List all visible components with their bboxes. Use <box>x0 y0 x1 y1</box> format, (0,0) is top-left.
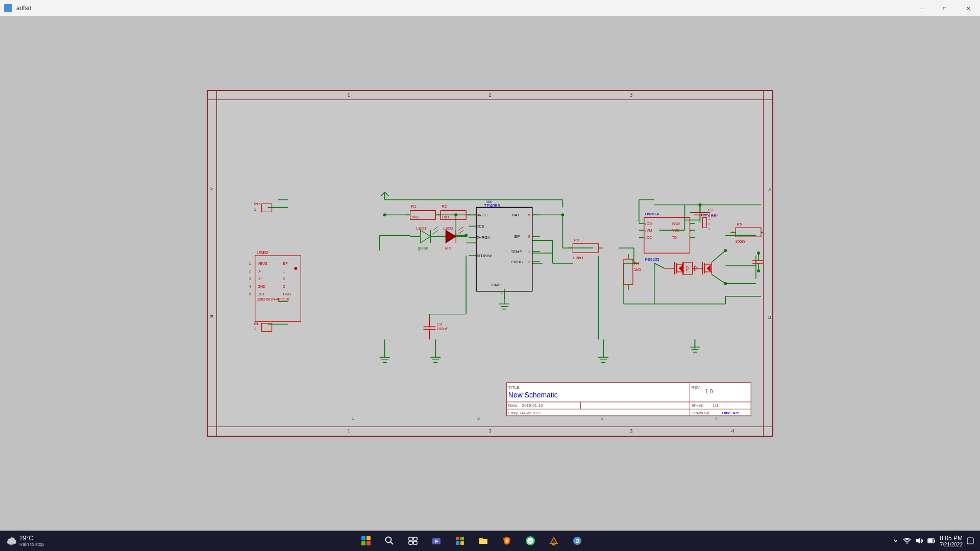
time-display: 8:05 PM <box>940 535 963 542</box>
svg-text:1kΩ: 1kΩ <box>411 215 419 219</box>
taskbar-time[interactable]: 8:05 PM 7/21/2022 <box>940 535 963 547</box>
weather-temp: 29°C <box>19 535 44 542</box>
date-display: 7/21/2022 <box>940 542 963 547</box>
svg-text:VM: VM <box>647 229 652 232</box>
svg-text:REV:: REV: <box>692 385 701 390</box>
volume-icon[interactable] <box>915 537 923 545</box>
whatsapp-button[interactable] <box>520 532 541 550</box>
task-view-icon <box>408 536 418 545</box>
ruler-mark-right-A: A <box>768 187 771 192</box>
svg-rect-313 <box>967 538 973 544</box>
task-view-button[interactable] <box>403 532 423 550</box>
svg-text:7: 7 <box>477 236 479 239</box>
svg-text:2: 2 <box>249 269 251 273</box>
svg-text:1: 1 <box>254 208 256 211</box>
svg-text:Drawn By:: Drawn By: <box>692 411 710 415</box>
ruler-mark-bottom-4: 4 <box>731 429 734 434</box>
schematic-svg: USB2 U262-061N-4BVC10 VBUS D- D+ GND CC1… <box>217 100 763 427</box>
svg-text:green: green <box>418 246 428 251</box>
close-button[interactable]: ✕ <box>957 0 980 16</box>
svg-text:TP4056: TP4056 <box>484 203 500 208</box>
folder-icon <box>478 536 488 546</box>
soundpad-icon <box>572 536 582 546</box>
soundpad-button[interactable] <box>567 532 587 550</box>
taskbar-weather: 29°C Rain to stop <box>6 535 44 547</box>
svg-text:100nF: 100nF <box>707 214 719 218</box>
vlc-icon <box>549 536 559 546</box>
svg-text:U262-061N-4BVC10: U262-061N-4BVC10 <box>257 297 289 301</box>
svg-text:USB2: USB2 <box>257 250 268 255</box>
title-bar: adfsd — □ ✕ <box>0 0 980 16</box>
svg-text:red: red <box>445 246 451 251</box>
svg-point-308 <box>576 540 578 542</box>
svg-text:TD: TD <box>672 236 677 239</box>
ruler-mark-3: 3 <box>630 92 633 98</box>
brave-button[interactable] <box>497 532 517 550</box>
svg-text:New Schematic: New Schematic <box>508 391 558 399</box>
svg-text:9: 9 <box>528 235 530 238</box>
svg-text:IN-: IN- <box>254 321 260 326</box>
window-controls: — □ ✕ <box>910 0 980 16</box>
teams-button[interactable] <box>426 532 447 550</box>
svg-text:5: 5 <box>528 213 530 217</box>
vlc-button[interactable] <box>544 532 564 550</box>
file-explorer-button[interactable] <box>473 532 494 550</box>
svg-text:1.2kΩ: 1.2kΩ <box>572 256 583 260</box>
svg-text:DW01A: DW01A <box>645 212 659 216</box>
svg-text:3: 3 <box>249 277 251 281</box>
svg-text:4: 4 <box>249 285 251 288</box>
svg-text:VBUS: VBUS <box>258 262 267 265</box>
svg-text:1kΩ: 1kΩ <box>634 267 641 272</box>
svg-text:6: 6 <box>477 254 479 258</box>
svg-rect-269 <box>580 402 690 409</box>
svg-text:1/1: 1/1 <box>713 403 719 408</box>
notification-icon[interactable] <box>967 537 974 544</box>
windows-icon <box>361 536 371 545</box>
svg-point-260 <box>698 203 701 206</box>
svg-rect-311 <box>934 540 935 542</box>
svg-text:GND: GND <box>283 292 291 296</box>
svg-text:BAT: BAT <box>512 213 520 217</box>
svg-point-95 <box>294 267 297 270</box>
svg-text:2: 2 <box>528 260 530 264</box>
svg-text:CC1: CC1 <box>258 292 265 296</box>
svg-text:1: 1 <box>283 269 285 273</box>
search-button[interactable] <box>379 532 400 550</box>
svg-text:1: 1 <box>528 250 530 254</box>
svg-text:2: 2 <box>477 416 480 421</box>
wifi-icon[interactable] <box>903 537 911 545</box>
minimize-button[interactable]: — <box>910 0 933 16</box>
svg-text:3: 3 <box>283 285 285 288</box>
svg-point-264 <box>757 269 760 272</box>
maximize-button[interactable]: □ <box>933 0 957 16</box>
ruler-bottom: 1 2 3 4 <box>208 427 772 436</box>
svg-text:100nF: 100nF <box>436 327 448 332</box>
svg-text:VCC: VCC <box>479 213 487 217</box>
windows-start-button[interactable] <box>356 532 376 550</box>
svg-text:C2: C2 <box>708 208 714 212</box>
svg-text:CE: CE <box>479 224 484 229</box>
svg-rect-294 <box>409 541 412 544</box>
svg-text:TEMP: TEMP <box>511 249 522 254</box>
svg-text:R1: R1 <box>411 204 417 209</box>
ruler-mark-bottom-1: 1 <box>348 429 351 434</box>
svg-rect-305 <box>552 544 555 545</box>
svg-text:5: 5 <box>249 292 251 296</box>
svg-text:EP: EP <box>283 262 288 265</box>
svg-point-259 <box>561 213 564 216</box>
battery-icon[interactable] <box>927 537 936 545</box>
ruler-mark-right-B: B <box>768 315 771 320</box>
svg-text:IN+: IN+ <box>254 202 261 206</box>
svg-text:LED2: LED2 <box>443 226 454 231</box>
svg-text:1: 1 <box>249 262 251 265</box>
weather-icon <box>6 536 16 546</box>
svg-rect-298 <box>456 537 459 540</box>
svg-point-256 <box>383 213 386 216</box>
microsoft-store-button[interactable] <box>450 532 470 550</box>
ruler-right: A B <box>763 91 772 436</box>
svg-text:EasyEDA V5.8.22: EasyEDA V5.8.22 <box>508 411 541 415</box>
tray-chevron-icon[interactable] <box>893 538 899 544</box>
svg-text:PROG: PROG <box>511 260 523 264</box>
brave-icon <box>502 536 512 546</box>
svg-rect-306 <box>552 545 556 545</box>
